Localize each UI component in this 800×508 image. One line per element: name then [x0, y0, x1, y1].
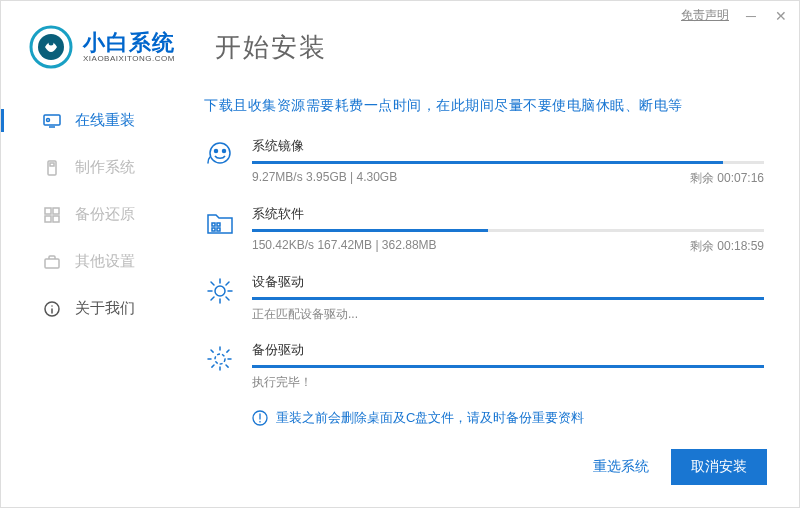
svg-rect-18 [212, 228, 215, 231]
sidebar-item-label: 制作系统 [75, 158, 135, 177]
task-device-driver: 设备驱动 正在匹配设备驱动... [204, 273, 764, 323]
sidebar-item-create[interactable]: 制作系统 [1, 144, 176, 191]
task-stats: 9.27MB/s 3.95GB | 4.30GB [252, 170, 397, 187]
grid-icon [43, 206, 61, 224]
page-title: 开始安装 [215, 30, 327, 65]
task-remaining: 剩余 00:18:59 [690, 238, 764, 255]
main-content: 下载且收集资源需要耗费一点时间，在此期间尽量不要使电脑休眠、断电等 系统镜像 9… [176, 87, 799, 427]
sidebar-item-label: 备份还原 [75, 205, 135, 224]
progress-bar [252, 297, 764, 300]
svg-rect-10 [53, 216, 59, 222]
task-title: 设备驱动 [252, 273, 764, 291]
task-title: 系统软件 [252, 205, 764, 223]
svg-point-21 [215, 354, 225, 364]
task-title: 备份驱动 [252, 341, 764, 359]
svg-rect-19 [217, 228, 220, 231]
svg-point-13 [210, 143, 230, 163]
sidebar-item-reinstall[interactable]: 在线重装 [1, 97, 176, 144]
progress-bar [252, 365, 764, 368]
gear-dashed-icon [204, 343, 236, 375]
sidebar-item-about[interactable]: 关于我们 [1, 285, 176, 332]
task-stats: 150.42KB/s 167.42MB | 362.88MB [252, 238, 437, 255]
sidebar-item-backup[interactable]: 备份还原 [1, 191, 176, 238]
usb-icon [43, 159, 61, 177]
svg-point-2 [49, 41, 54, 46]
sidebar-item-settings[interactable]: 其他设置 [1, 238, 176, 285]
svg-rect-11 [45, 259, 59, 268]
cancel-install-button[interactable]: 取消安装 [671, 449, 767, 485]
task-stats: 执行完毕！ [252, 374, 312, 391]
svg-rect-6 [50, 163, 54, 166]
svg-rect-16 [212, 223, 215, 226]
task-title: 系统镜像 [252, 137, 764, 155]
briefcase-icon [43, 253, 61, 271]
sidebar-item-label: 在线重装 [75, 111, 135, 130]
header: 小白系统 XIAOBAIXITONG.COM 开始安装 [1, 1, 799, 87]
logo-icon [29, 25, 73, 69]
sidebar: 在线重装 制作系统 备份还原 其他设置 关于我们 [1, 87, 176, 427]
task-remaining: 剩余 00:07:16 [690, 170, 764, 187]
task-system-image: 系统镜像 9.27MB/s 3.95GB | 4.30GB 剩余 00:07:1… [204, 137, 764, 187]
svg-rect-17 [217, 223, 220, 226]
svg-rect-7 [45, 208, 51, 214]
svg-rect-9 [45, 216, 51, 222]
close-button[interactable]: ✕ [773, 8, 789, 24]
info-icon [43, 300, 61, 318]
svg-point-15 [223, 150, 226, 153]
task-backup-driver: 备份驱动 执行完毕！ [204, 341, 764, 391]
brand-url: XIAOBAIXITONG.COM [83, 54, 175, 63]
svg-point-20 [215, 286, 225, 296]
notice-text: 下载且收集资源需要耗费一点时间，在此期间尽量不要使电脑休眠、断电等 [204, 97, 764, 115]
disclaimer-link[interactable]: 免责声明 [681, 7, 729, 24]
reselect-button[interactable]: 重选系统 [593, 458, 649, 476]
sidebar-item-label: 其他设置 [75, 252, 135, 271]
progress-bar [252, 161, 764, 164]
footer: 重选系统 取消安装 [593, 449, 767, 485]
warning-row: 重装之前会删除桌面及C盘文件，请及时备份重要资料 [252, 409, 764, 427]
folder-icon [204, 207, 236, 239]
minimize-button[interactable]: ─ [743, 8, 759, 24]
task-stats: 正在匹配设备驱动... [252, 306, 358, 323]
monitor-icon [43, 112, 61, 130]
sidebar-item-label: 关于我们 [75, 299, 135, 318]
logo: 小白系统 XIAOBAIXITONG.COM [29, 25, 175, 69]
progress-bar [252, 229, 764, 232]
brand-name: 小白系统 [83, 32, 175, 54]
svg-rect-8 [53, 208, 59, 214]
warning-text: 重装之前会删除桌面及C盘文件，请及时备份重要资料 [276, 409, 584, 427]
svg-point-14 [215, 150, 218, 153]
svg-point-4 [47, 118, 50, 121]
alert-icon [252, 410, 268, 426]
gear-icon [204, 275, 236, 307]
image-icon [204, 139, 236, 171]
task-system-software: 系统软件 150.42KB/s 167.42MB | 362.88MB 剩余 0… [204, 205, 764, 255]
